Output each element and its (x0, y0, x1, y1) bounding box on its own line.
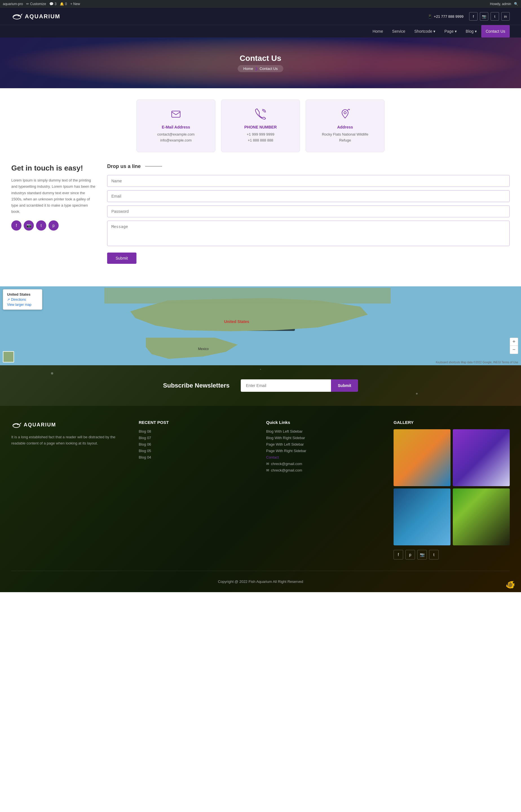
contact-twitter-btn[interactable]: t (36, 221, 46, 231)
password-field-group (107, 206, 510, 217)
map-wrapper[interactable]: United States Mexico PacificOcean Use ct… (0, 286, 521, 365)
phone-card-line2: +1 888 888 888 (233, 138, 288, 143)
phone-card-title: PHONE NUMBER (233, 125, 288, 130)
email-input[interactable] (107, 190, 510, 202)
map-view-larger-link[interactable]: View larger map (7, 303, 38, 307)
message-field-group (107, 221, 510, 247)
contact-facebook-btn[interactable]: f (11, 221, 21, 231)
comments-link[interactable]: 💬 3 (49, 2, 56, 6)
footer-post-blog06[interactable]: Blog 06 (139, 442, 255, 446)
email-card: E-Mail Address contact@example.com info@… (136, 99, 216, 152)
nav-blog[interactable]: Blog ▾ (461, 25, 481, 38)
footer-instagram-btn[interactable]: 📷 (417, 550, 427, 559)
twitter-icon[interactable]: t (491, 12, 499, 21)
footer-twitter-btn[interactable]: t (429, 550, 439, 559)
address-card-icon (317, 108, 373, 121)
email-icon-2: ✉ (266, 468, 269, 472)
footer-post-blog04[interactable]: Blog 04 (139, 455, 255, 459)
contact-left: Get in touch is easy! Lorem Ipsum is sim… (11, 163, 96, 264)
footer-logo: AQUARIUM (11, 420, 128, 430)
footer-recent-heading: RECENT POST (139, 420, 255, 425)
footer-quick-blog-right[interactable]: Blog With Right Sidebar (266, 436, 382, 440)
footer-post-blog07[interactable]: Blog 07 (139, 436, 255, 440)
name-field-group (107, 175, 510, 187)
greeting-text: Howdy, admin (490, 2, 511, 6)
map-popup-title: United States (7, 292, 38, 297)
hero-title: Contact Us (240, 54, 281, 63)
address-card-title: Address (317, 125, 373, 130)
site-name[interactable]: aquarium-pro (3, 2, 23, 6)
email-card-icon (148, 108, 204, 121)
footer-quick-links-heading: Quick Links (266, 420, 382, 425)
footer-post-blog08[interactable]: Blog 08 (139, 429, 255, 434)
map-popup: United States ↗ Directions View larger m… (3, 289, 42, 310)
footer-grid: AQUARIUM It is a long established fact t… (11, 420, 510, 559)
instagram-icon[interactable]: 📷 (480, 12, 488, 21)
phone-card: PHONE NUMBER +1 999 999 9999 +1 888 888 … (221, 99, 300, 152)
logo-icon (11, 11, 23, 22)
newsletter-submit-button[interactable]: Submit (331, 379, 358, 392)
newsletter-email-input[interactable] (241, 379, 331, 392)
phone-icon: 📱 (428, 15, 432, 19)
name-input[interactable] (107, 175, 510, 187)
footer-gallery-heading: GALLERY (393, 420, 510, 425)
info-cards: E-Mail Address contact@example.com info@… (11, 99, 510, 152)
gallery-image-4[interactable] (453, 488, 510, 546)
map-zoom-in-btn[interactable]: + (510, 338, 518, 346)
nav-service[interactable]: Service (388, 25, 410, 38)
admin-search-icon[interactable]: 🔍 (514, 2, 518, 6)
mexico-label: Mexico (198, 347, 209, 351)
gallery-image-3[interactable] (393, 488, 451, 546)
map-zoom-out-btn[interactable]: − (510, 346, 518, 354)
contact-right: Drop us a line Submit (107, 163, 510, 264)
submit-button[interactable]: Submit (107, 253, 136, 264)
contact-instagram-btn[interactable]: 📷 (24, 221, 34, 231)
directions-icon: ↗ (7, 298, 10, 302)
address-card-line1: Rocky Flats National Wildlife Refuge (317, 132, 373, 143)
newsletter-title: Subscribe Newsletters (163, 382, 229, 389)
usa-label: United States (224, 319, 249, 324)
email-card-line2: info@example.com (148, 138, 204, 143)
footer-logo-icon (11, 420, 21, 430)
newsletter-input-wrap: Submit (241, 379, 358, 392)
breadcrumb-current: Contact Us (260, 67, 278, 71)
footer-gallery-col: GALLERY f p 📷 t (393, 420, 510, 559)
email-card-title: E-Mail Address (148, 125, 204, 130)
svg-rect-2 (172, 111, 180, 117)
footer-recent-post-col: RECENT POST Blog 08 Blog 07 Blog 06 Blog… (139, 420, 255, 559)
nav-home[interactable]: Home (368, 25, 387, 38)
footer-post-blog05[interactable]: Blog 05 (139, 449, 255, 453)
notifications-link[interactable]: 🔔 0 (60, 2, 67, 6)
breadcrumb-home[interactable]: Home (243, 67, 253, 71)
map-section: United States Mexico PacificOcean Use ct… (0, 286, 521, 365)
footer-quick-page-right[interactable]: Page With Right Sidebar (266, 449, 382, 453)
message-input[interactable] (107, 221, 510, 246)
new-link[interactable]: + New (70, 2, 80, 6)
footer-quick-blog-left[interactable]: Blog With Left Sidebar (266, 429, 382, 434)
nav-page[interactable]: Page ▾ (440, 25, 461, 38)
logo-area[interactable]: AQUARIUM (11, 11, 60, 22)
password-input[interactable] (107, 206, 510, 217)
gallery-image-1[interactable] (393, 429, 451, 486)
email-icon-1: ✉ (266, 462, 269, 466)
footer-copyright: Copyright @ 2022 Fish Aquarium All Right… (11, 577, 510, 586)
main-nav: Home Service Shortcode ▾ Page ▾ Blog ▾ C… (368, 25, 510, 38)
footer-quick-contact[interactable]: Contact (266, 455, 382, 459)
map-directions-link[interactable]: ↗ Directions (7, 298, 38, 302)
newsletter-section: Subscribe Newsletters Submit (0, 365, 521, 406)
contact-pinterest-btn[interactable]: p (48, 221, 59, 231)
map-thumbnail (3, 351, 14, 363)
customize-link[interactable]: ✏ Customize (26, 2, 46, 6)
linkedin-icon[interactable]: in (501, 12, 510, 21)
nav-shortcode[interactable]: Shortcode ▾ (410, 25, 440, 38)
canada-shape (104, 288, 391, 304)
facebook-icon[interactable]: f (469, 12, 478, 21)
footer-quick-page-left[interactable]: Page With Left Sidebar (266, 442, 382, 446)
gallery-image-2[interactable] (453, 429, 510, 486)
admin-bar-left: aquarium-pro ✏ Customize 💬 3 🔔 0 + New (3, 2, 80, 6)
phone-number: 📱 +21 777 888 9999 (428, 15, 463, 19)
email-card-line1: contact@example.com (148, 132, 204, 138)
footer-pinterest-btn[interactable]: p (405, 550, 415, 559)
nav-contact[interactable]: Contact Us (481, 25, 510, 38)
footer-facebook-btn[interactable]: f (393, 550, 403, 559)
